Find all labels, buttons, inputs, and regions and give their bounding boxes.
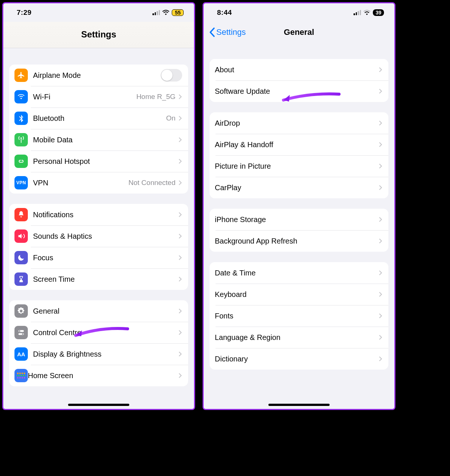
row-label: Mobile Data xyxy=(33,136,178,144)
general-row-dictionary[interactable]: Dictionary xyxy=(210,348,388,370)
cellular-signal-icon xyxy=(354,10,361,15)
back-label: Settings xyxy=(216,27,246,37)
text-size-icon: AA xyxy=(14,347,28,361)
chevron-right-icon xyxy=(178,137,182,143)
general-row-language-region[interactable]: Language & Region xyxy=(210,327,388,348)
home-indicator[interactable] xyxy=(68,404,129,406)
settings-group-connectivity: Airplane Mode Wi-Fi Home R_5G Bluetooth … xyxy=(9,65,188,194)
chevron-left-icon xyxy=(209,27,216,37)
general-row-date-time[interactable]: Date & Time xyxy=(210,262,388,284)
bell-icon xyxy=(14,208,28,221)
chevron-right-icon xyxy=(178,351,182,357)
antenna-icon xyxy=(14,133,28,146)
general-row-background-app-refresh[interactable]: Background App Refresh xyxy=(210,230,388,252)
row-label: Wi-Fi xyxy=(33,93,136,101)
row-label: Personal Hotspot xyxy=(33,157,178,166)
row-label: Screen Time xyxy=(33,275,178,284)
airplane-mode-switch[interactable] xyxy=(161,69,182,82)
chevron-right-icon xyxy=(178,373,182,379)
hotspot-icon xyxy=(14,155,28,168)
battery-badge: 55 xyxy=(172,9,184,16)
row-label: Airplane Mode xyxy=(33,71,161,80)
wifi-icon xyxy=(162,10,170,16)
chevron-right-icon xyxy=(379,238,382,244)
settings-group-notifications: Notifications Sounds & Haptics Focus xyxy=(9,204,188,290)
settings-row-display-brightness[interactable]: AA Display & Brightness xyxy=(9,343,188,365)
gear-icon xyxy=(14,304,28,318)
svg-point-1 xyxy=(19,330,20,332)
toggles-icon xyxy=(14,326,28,339)
row-label: Date & Time xyxy=(215,269,379,277)
row-value: Home R_5G xyxy=(136,93,175,101)
chevron-right-icon xyxy=(379,270,382,276)
chevron-right-icon xyxy=(379,356,382,362)
row-label: AirDrop xyxy=(215,119,379,128)
general-row-carplay[interactable]: CarPlay xyxy=(210,177,388,198)
wifi-icon xyxy=(363,10,371,16)
chevron-right-icon xyxy=(178,233,182,239)
cellular-signal-icon xyxy=(152,10,160,15)
settings-group-general: General Control Centre AA Display & Brig… xyxy=(9,300,188,386)
general-row-picture-in-picture[interactable]: Picture in Picture xyxy=(210,155,388,177)
wifi-settings-icon xyxy=(14,90,28,103)
chevron-right-icon xyxy=(379,163,382,169)
chevron-right-icon xyxy=(178,212,182,218)
settings-row-wifi[interactable]: Wi-Fi Home R_5G xyxy=(9,86,188,108)
row-label: Fonts xyxy=(215,312,379,320)
row-label: iPhone Storage xyxy=(215,215,379,224)
row-label: CarPlay xyxy=(215,184,379,192)
general-row-fonts[interactable]: Fonts xyxy=(210,305,388,327)
settings-row-general[interactable]: General xyxy=(9,300,188,322)
chevron-right-icon xyxy=(178,255,182,261)
row-label: Background App Refresh xyxy=(215,237,379,245)
chevron-right-icon xyxy=(178,330,182,335)
chevron-right-icon xyxy=(379,67,382,73)
row-label: AirPlay & Handoff xyxy=(215,141,379,149)
general-row-software-update[interactable]: Software Update xyxy=(210,80,388,102)
general-group-airdrop: AirDrop AirPlay & Handoff Picture in Pic… xyxy=(210,112,388,198)
status-time: 7:29 xyxy=(17,9,152,17)
settings-row-home-screen[interactable]: Home Screen xyxy=(9,365,188,386)
general-row-iphone-storage[interactable]: iPhone Storage xyxy=(210,209,388,230)
chevron-right-icon xyxy=(379,334,382,340)
nav-bar: Settings General xyxy=(204,22,394,44)
home-screen-icon xyxy=(14,369,28,382)
status-bar: 7:29 55 xyxy=(3,3,194,22)
settings-row-bluetooth[interactable]: Bluetooth On xyxy=(9,108,188,129)
row-label: Dictionary xyxy=(215,355,379,363)
row-label: Language & Region xyxy=(215,333,379,342)
general-row-about[interactable]: About xyxy=(210,59,388,80)
general-row-keyboard[interactable]: Keyboard xyxy=(210,284,388,305)
general-row-airplay-handoff[interactable]: AirPlay & Handoff xyxy=(210,134,388,155)
row-label: Sounds & Haptics xyxy=(33,232,178,241)
settings-row-focus[interactable]: Focus xyxy=(9,247,188,268)
chevron-right-icon xyxy=(379,291,382,297)
airplane-icon xyxy=(14,69,28,82)
settings-row-notifications[interactable]: Notifications xyxy=(9,204,188,225)
settings-row-vpn[interactable]: VPN VPN Not Connected xyxy=(9,172,188,194)
settings-row-control-centre[interactable]: Control Centre xyxy=(9,322,188,343)
chevron-right-icon xyxy=(379,142,382,148)
settings-row-airplane-mode[interactable]: Airplane Mode xyxy=(9,65,188,86)
row-label: Focus xyxy=(33,254,178,262)
hourglass-icon xyxy=(14,272,28,286)
row-value: Not Connected xyxy=(128,179,175,187)
general-row-airdrop[interactable]: AirDrop xyxy=(210,112,388,134)
settings-row-mobile-data[interactable]: Mobile Data xyxy=(9,129,188,151)
phone-settings-root: 7:29 55 Settings Airplane Mode xyxy=(2,2,195,410)
row-label: Control Centre xyxy=(33,328,178,337)
home-indicator[interactable] xyxy=(269,404,330,406)
settings-row-sounds-haptics[interactable]: Sounds & Haptics xyxy=(9,225,188,247)
general-group-about: About Software Update xyxy=(210,59,388,102)
settings-row-screen-time[interactable]: Screen Time xyxy=(9,268,188,290)
back-button[interactable]: Settings xyxy=(209,27,246,37)
settings-row-personal-hotspot[interactable]: Personal Hotspot xyxy=(9,151,188,172)
chevron-right-icon xyxy=(379,185,382,191)
row-label: Bluetooth xyxy=(33,114,166,123)
row-label: Display & Brightness xyxy=(33,350,178,358)
chevron-right-icon xyxy=(379,313,382,319)
general-group-storage: iPhone Storage Background App Refresh xyxy=(210,209,388,252)
row-label: Notifications xyxy=(33,211,178,219)
row-label: Software Update xyxy=(215,87,379,96)
row-label: About xyxy=(215,66,379,74)
